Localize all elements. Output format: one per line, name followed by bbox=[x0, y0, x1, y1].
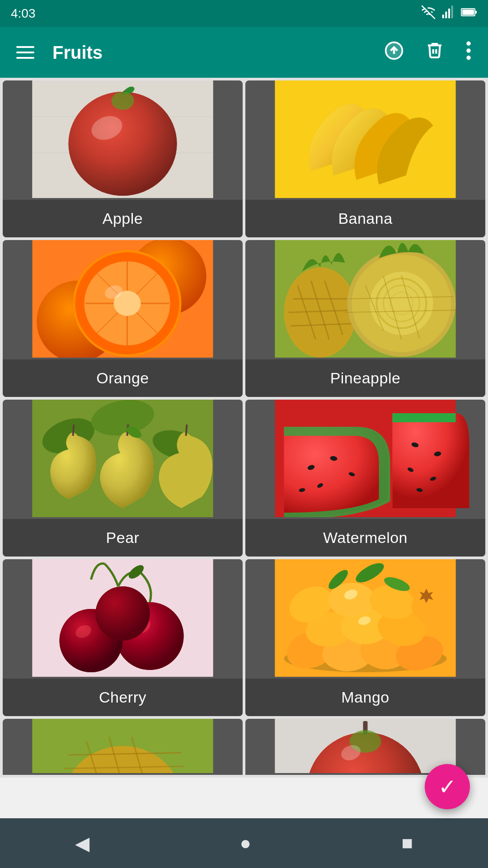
status-bar: 4:03 bbox=[0, 0, 488, 27]
signal-icon bbox=[441, 5, 455, 22]
svg-line-63 bbox=[73, 425, 74, 436]
partial-pineapple-image bbox=[3, 719, 243, 773]
battery-icon bbox=[461, 5, 477, 22]
fruit-card-watermelon[interactable]: Watermelon bbox=[245, 400, 485, 557]
apple-image bbox=[3, 80, 243, 198]
mango-image bbox=[245, 559, 485, 677]
svg-point-21 bbox=[112, 92, 134, 110]
orange-image bbox=[3, 240, 243, 358]
back-button[interactable]: ◀ bbox=[68, 825, 97, 862]
more-icon[interactable] bbox=[462, 37, 475, 68]
partial-card-pineapple[interactable] bbox=[3, 719, 243, 775]
fruit-card-mango[interactable]: Mango bbox=[245, 559, 485, 716]
svg-point-49 bbox=[370, 272, 433, 335]
svg-point-11 bbox=[466, 56, 470, 60]
svg-line-65 bbox=[186, 425, 187, 436]
orange-label: Orange bbox=[3, 359, 243, 397]
menu-icon[interactable] bbox=[13, 42, 38, 62]
svg-rect-3 bbox=[451, 5, 453, 18]
home-button[interactable]: ● bbox=[233, 825, 258, 861]
delete-icon[interactable] bbox=[422, 37, 447, 68]
svg-rect-0 bbox=[442, 14, 444, 18]
mango-label: Mango bbox=[245, 679, 485, 716]
status-time: 4:03 bbox=[11, 6, 36, 21]
watermelon-image bbox=[245, 400, 485, 517]
watermelon-label: Watermelon bbox=[245, 519, 485, 557]
app-title: Fruits bbox=[52, 42, 366, 63]
check-icon: ✓ bbox=[438, 774, 456, 799]
bottom-partial-row bbox=[0, 719, 488, 778]
status-icons bbox=[421, 5, 477, 22]
svg-rect-1 bbox=[445, 12, 447, 19]
svg-point-10 bbox=[466, 48, 470, 52]
svg-rect-6 bbox=[462, 9, 474, 15]
upload-icon[interactable] bbox=[380, 37, 408, 68]
svg-point-88 bbox=[96, 586, 150, 641]
apple-label: Apple bbox=[3, 200, 243, 237]
fruit-card-apple[interactable]: Apple bbox=[3, 80, 243, 237]
fruit-card-cherry[interactable]: Cherry bbox=[3, 559, 243, 716]
fab-check-button[interactable]: ✓ bbox=[425, 764, 470, 809]
fruit-card-pineapple[interactable]: Pineapple bbox=[245, 240, 485, 397]
svg-point-9 bbox=[466, 41, 470, 45]
svg-rect-2 bbox=[448, 9, 450, 18]
wifi-off-icon bbox=[421, 5, 436, 22]
fruit-card-pear[interactable]: Pear bbox=[3, 400, 243, 557]
navigation-bar: ◀ ● ■ bbox=[0, 818, 488, 868]
svg-rect-5 bbox=[475, 11, 477, 14]
cherry-image bbox=[3, 559, 243, 677]
fruit-card-banana[interactable]: Banana bbox=[245, 80, 485, 237]
pear-label: Pear bbox=[3, 519, 243, 557]
banana-label: Banana bbox=[245, 200, 485, 237]
svg-rect-73 bbox=[393, 413, 456, 422]
fruit-card-orange[interactable]: Orange bbox=[3, 240, 243, 397]
cherry-label: Cherry bbox=[3, 679, 243, 716]
recent-button[interactable]: ■ bbox=[394, 825, 420, 861]
app-bar: Fruits bbox=[0, 27, 488, 78]
pear-image bbox=[3, 400, 243, 517]
pineapple-image bbox=[245, 240, 485, 358]
banana-image bbox=[245, 80, 485, 198]
pineapple-label: Pineapple bbox=[245, 359, 485, 397]
fruit-grid: Apple Ba bbox=[0, 78, 488, 719]
